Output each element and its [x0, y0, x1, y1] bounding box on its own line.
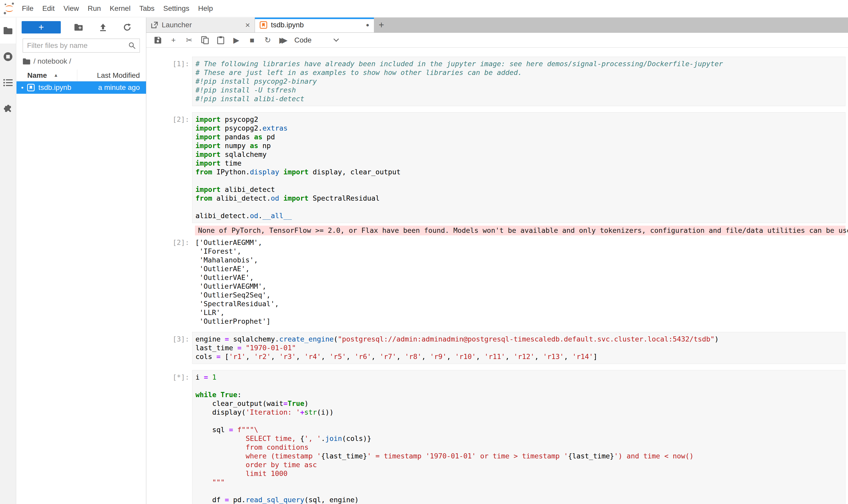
unsaved-changes-dot-icon: ●	[366, 22, 369, 28]
menu-edit[interactable]: Edit	[38, 4, 59, 13]
notebook-cell: [1]:# The following libraries have alrea…	[146, 57, 848, 106]
tab-label: tsdb.ipynb	[271, 21, 304, 29]
cut-cells-button[interactable]: ✂	[181, 33, 197, 48]
run-cell-button[interactable]: ▶	[229, 33, 244, 48]
tab-tsdb-ipynb[interactable]: tsdb.ipynb ●	[255, 18, 374, 33]
menu-settings[interactable]: Settings	[159, 4, 194, 13]
new-tab-button[interactable]: +	[374, 18, 389, 33]
sidebar-item-extensions[interactable]	[0, 95, 16, 122]
main-area: Launcher × tsdb.ipynb ● + + ✂ ▶ ■ ↻ ▶▶ C…	[146, 18, 848, 504]
close-icon[interactable]: ×	[245, 20, 250, 30]
restart-run-all-button[interactable]: ▶▶	[275, 33, 291, 48]
interrupt-kernel-button[interactable]: ■	[244, 33, 260, 48]
notebook-tab-icon	[259, 21, 267, 29]
file-row-tsdb-ipynb[interactable]: • tsdb.ipynb a minute ago	[17, 82, 146, 94]
breadcrumb-path: / notebook /	[34, 57, 71, 66]
tab-launcher[interactable]: Launcher ×	[146, 18, 255, 33]
stderr-warning-output: None of PyTorch, TensorFlow >= 2.0, or F…	[195, 226, 845, 235]
menu-kernel[interactable]: Kernel	[105, 4, 135, 13]
column-header-name[interactable]: Name ▲	[17, 70, 77, 81]
file-filter-box	[23, 39, 140, 53]
insert-cell-button[interactable]: +	[166, 33, 181, 48]
menu-run[interactable]: Run	[84, 4, 105, 13]
cell-type-dropdown[interactable]: Code	[294, 36, 338, 44]
file-filter-input[interactable]	[26, 41, 128, 50]
new-folder-button[interactable]	[74, 24, 83, 31]
sidebar-item-running-sessions[interactable]	[0, 43, 16, 70]
notebook-toolbar: + ✂ ▶ ■ ↻ ▶▶ Code	[146, 33, 848, 48]
file-name: tsdb.ipynb	[38, 84, 71, 92]
notebook-cell: [*]:i = 1while True: clear_output(wait=T…	[146, 370, 848, 504]
menu-file[interactable]: File	[18, 4, 38, 13]
sidebar-item-file-browser[interactable]	[0, 18, 16, 43]
notebook-file-icon	[27, 84, 35, 91]
menu-view[interactable]: View	[59, 4, 83, 13]
running-kernel-dot: •	[21, 84, 23, 92]
upload-button[interactable]	[99, 23, 107, 32]
new-launcher-button[interactable]: +	[22, 21, 61, 34]
search-icon	[128, 42, 136, 50]
launcher-icon	[151, 21, 158, 29]
tab-bar: Launcher × tsdb.ipynb ● +	[146, 18, 848, 33]
file-modified-time: a minute ago	[98, 84, 146, 92]
execute-result-output: ['OutlierAEGMM', 'IForest', 'Mahalanobis…	[192, 238, 848, 326]
notebook-cell: [2]:import psycopg2import psycopg2.extra…	[146, 112, 848, 326]
execution-count-prompt: [3]:	[146, 332, 192, 364]
jupyter-logo-icon	[4, 2, 15, 15]
menu-help[interactable]: Help	[194, 4, 217, 13]
chevron-down-icon	[333, 36, 339, 42]
menu-bar: File Edit View Run Kernel Tabs Settings …	[0, 0, 848, 17]
notebook-cell: [3]:engine = sqlalchemy.create_engine("p…	[146, 332, 848, 364]
home-folder-icon	[23, 58, 30, 65]
output-prompt: [2]:	[146, 238, 192, 326]
tab-label: Launcher	[162, 21, 192, 29]
sort-ascending-icon: ▲	[54, 73, 58, 78]
code-editor[interactable]: i = 1while True: clear_output(wait=True)…	[192, 370, 845, 504]
cell-type-value: Code	[294, 36, 312, 44]
menu-tabs[interactable]: Tabs	[135, 4, 159, 13]
code-editor[interactable]: # The following libraries have already b…	[192, 57, 845, 106]
code-editor[interactable]: import psycopg2import psycopg2.extrasimp…	[192, 112, 845, 223]
copy-cells-button[interactable]	[197, 33, 213, 48]
puzzle-icon	[3, 104, 13, 113]
activity-bar	[0, 18, 16, 504]
paste-cells-button[interactable]	[213, 33, 229, 48]
code-editor[interactable]: engine = sqlalchemy.create_engine("postg…	[192, 332, 845, 364]
execution-count-prompt: [*]:	[146, 370, 192, 504]
file-browser-toolbar: +	[17, 18, 146, 34]
folder-icon	[3, 27, 13, 35]
list-icon	[3, 79, 13, 87]
notebook-cells: [1]:# The following libraries have alrea…	[146, 57, 848, 504]
plus-icon: +	[38, 22, 44, 33]
execution-count-prompt: [2]:	[146, 112, 192, 223]
file-list-header: Name ▲ Last Modified	[17, 70, 146, 82]
column-header-last-modified[interactable]: Last Modified	[77, 70, 146, 81]
refresh-button[interactable]	[123, 23, 131, 32]
file-browser-panel: + / notebook / Name ▲	[17, 18, 146, 504]
breadcrumb[interactable]: / notebook /	[23, 57, 140, 66]
save-button[interactable]	[150, 33, 166, 48]
restart-kernel-button[interactable]: ↻	[260, 33, 275, 48]
execution-count-prompt: [1]:	[146, 57, 192, 106]
sidebar-item-table-of-contents[interactable]	[0, 70, 16, 95]
notebook-scroll-area[interactable]: [1]:# The following libraries have alrea…	[146, 48, 848, 504]
running-sessions-icon	[3, 52, 13, 61]
